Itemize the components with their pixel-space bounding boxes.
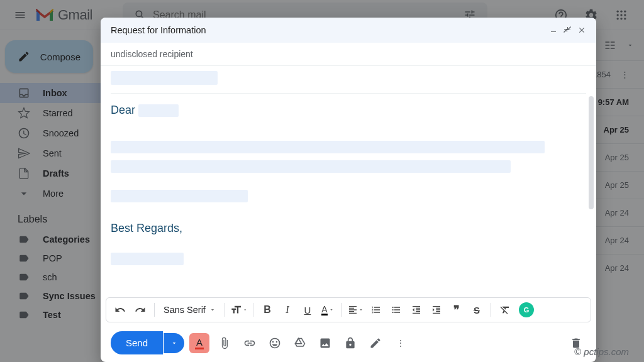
dropdown-icon <box>209 307 216 313</box>
insert-link-button[interactable] <box>240 333 260 353</box>
ul-icon <box>391 305 401 315</box>
quote-button[interactable]: ❞ <box>448 301 465 319</box>
formatting-toolbar: Sans Serif B I U A ❞ S G <box>106 297 591 322</box>
undo-button[interactable] <box>111 301 129 319</box>
insert-emoji-button[interactable] <box>265 333 285 353</box>
text-format-toggle[interactable]: A <box>189 333 209 353</box>
clear-format-icon <box>499 304 511 315</box>
bulleted-list-button[interactable] <box>387 301 405 319</box>
redo-button[interactable] <box>131 301 149 319</box>
greeting-text: Dear <box>111 104 135 116</box>
send-toolbar: Send A ⋮ <box>101 326 596 362</box>
italic-button[interactable]: I <box>279 301 296 319</box>
compose-body[interactable]: Dear Best Regards, <box>101 94 596 297</box>
compose-title: Request for Information <box>111 25 206 35</box>
compose-window: Request for Information undisclosed reci… <box>101 18 596 362</box>
text-size-icon <box>230 304 242 316</box>
subject-field[interactable] <box>111 71 586 87</box>
grammarly-button[interactable]: G <box>519 302 534 317</box>
align-icon <box>348 305 358 315</box>
strikethrough-button[interactable]: S <box>468 301 486 319</box>
minimize-button[interactable] <box>550 26 557 35</box>
send-options-button[interactable] <box>164 333 184 353</box>
confidential-mode-button[interactable] <box>340 333 360 353</box>
image-icon <box>319 337 331 349</box>
align-button[interactable] <box>347 301 365 319</box>
scrollbar[interactable] <box>589 96 594 209</box>
emoji-icon <box>269 337 281 349</box>
minimize-icon <box>550 26 557 33</box>
dropdown-icon <box>170 339 178 347</box>
close-button[interactable] <box>577 26 586 35</box>
undo-icon <box>114 304 126 315</box>
indent-icon <box>431 305 441 315</box>
font-family-select[interactable]: Sans Serif <box>160 305 219 315</box>
attach-button[interactable] <box>214 333 235 353</box>
text-color-button[interactable]: A <box>319 301 336 319</box>
close-icon <box>577 26 586 35</box>
send-button[interactable]: Send <box>111 331 163 354</box>
closing-text: Best Regards, <box>111 222 182 234</box>
indent-less-button[interactable] <box>408 301 425 319</box>
insert-drive-button[interactable] <box>290 333 310 353</box>
paperclip-icon <box>218 337 231 349</box>
remove-formatting-button[interactable] <box>496 301 514 319</box>
underline-button[interactable]: U <box>299 301 316 319</box>
redo-icon <box>135 304 146 315</box>
recipients-field[interactable]: undisclosed recipient <box>101 43 596 66</box>
pen-icon <box>369 337 382 349</box>
outdent-icon <box>411 305 421 315</box>
insert-signature-button[interactable] <box>365 333 386 353</box>
compose-titlebar[interactable]: Request for Information <box>101 18 596 43</box>
more-options-button[interactable]: ⋮ <box>391 333 411 353</box>
fullscreen-exit-button[interactable] <box>564 26 571 35</box>
insert-photo-button[interactable] <box>315 333 335 353</box>
bold-button[interactable]: B <box>258 301 276 319</box>
indent-more-button[interactable] <box>428 301 445 319</box>
font-size-button[interactable] <box>230 301 248 319</box>
ol-icon <box>371 305 381 315</box>
lock-clock-icon <box>344 337 357 349</box>
resize-icon <box>564 26 571 33</box>
drive-icon <box>294 337 306 349</box>
watermark: © pctips.com <box>574 346 629 357</box>
numbered-list-button[interactable] <box>367 301 385 319</box>
link-icon <box>243 337 256 349</box>
